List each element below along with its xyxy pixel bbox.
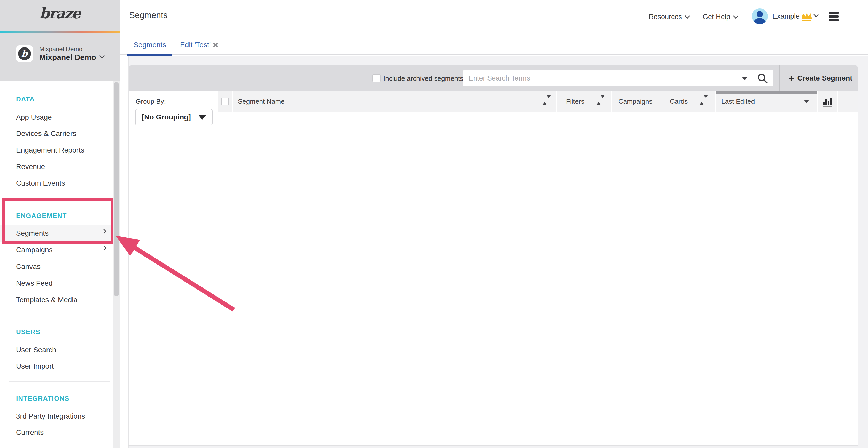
- resources-label: Resources: [649, 13, 682, 21]
- sidebar-item-revenue[interactable]: Revenue: [0, 161, 113, 172]
- sidebar-divider: [8, 381, 110, 382]
- avatar-person-icon: [757, 11, 763, 17]
- braze-app-window: braze Segments Resources Get Help Exampl…: [0, 0, 868, 448]
- tab-segments[interactable]: Segments: [133, 41, 166, 49]
- plus-icon: +: [788, 73, 794, 83]
- sort-desc-icon[interactable]: [804, 100, 809, 103]
- search-icon[interactable]: [756, 72, 769, 84]
- header-cell-cards[interactable]: Cards: [665, 91, 715, 112]
- sidebar-item-currents[interactable]: Currents: [0, 427, 113, 438]
- segments-panel: [129, 91, 858, 445]
- sort-icon[interactable]: [700, 98, 708, 102]
- hamburger-menu-icon[interactable]: [829, 12, 839, 22]
- sidebar-item-custom-events[interactable]: Custom Events: [0, 177, 113, 189]
- logo-block: braze: [0, 0, 120, 32]
- chevron-down-icon: [733, 13, 738, 19]
- sidebar-item-canvas[interactable]: Canvas: [0, 261, 113, 272]
- workspace-badge-letter: b: [18, 47, 31, 60]
- group-by-select[interactable]: [No Grouping]: [135, 109, 213, 126]
- topbar-divider: [120, 32, 868, 32]
- chevron-down-icon: [685, 13, 690, 19]
- header-cell-filters[interactable]: Filters: [557, 91, 611, 112]
- get-help-label: Get Help: [703, 13, 730, 21]
- header-cell-select-all: [218, 91, 232, 112]
- toolbar-divider: [779, 65, 780, 91]
- sidebar-item-news-feed[interactable]: News Feed: [0, 278, 113, 289]
- group-by-value: [No Grouping]: [135, 113, 191, 121]
- header-cell-chart[interactable]: [817, 91, 837, 112]
- sidebar-item-user-search[interactable]: User Search: [0, 344, 113, 356]
- header-cell-campaigns[interactable]: Campaigns: [612, 91, 665, 112]
- workspace-company: Mixpanel Demo: [39, 45, 83, 53]
- resources-menu[interactable]: Resources: [649, 12, 689, 21]
- caret-down-icon: [199, 115, 206, 120]
- page-title: Segments: [129, 10, 168, 20]
- create-segment-button[interactable]: + Create Segment: [783, 65, 858, 91]
- braze-logo: braze: [0, 5, 120, 22]
- panel-divider: [218, 91, 218, 445]
- annotation-highlight-box: [2, 198, 114, 244]
- workspace-name: Mixpanel Demo: [39, 53, 96, 62]
- user-avatar[interactable]: [752, 8, 768, 24]
- sidebar-item-app-usage[interactable]: App Usage: [0, 112, 113, 123]
- sidebar-scrollbar-track: [113, 81, 120, 448]
- header-cell-last-edited[interactable]: Last Edited: [716, 91, 817, 112]
- active-tab-underline: [127, 54, 172, 56]
- header-cell-spacer: [838, 91, 858, 112]
- active-sort-indicator: [716, 91, 817, 94]
- group-by-label: Group By:: [135, 98, 166, 106]
- bar-chart-icon: [822, 96, 833, 107]
- sidebar-item-templates-media[interactable]: Templates & Media: [0, 294, 113, 306]
- select-all-checkbox[interactable]: [221, 98, 229, 105]
- create-segment-label: Create Segment: [798, 74, 852, 82]
- search-input[interactable]: [463, 70, 773, 87]
- sort-icon[interactable]: [542, 98, 551, 102]
- crown-icon: [801, 12, 813, 22]
- sidebar-section-integrations: INTEGRATIONS: [16, 393, 69, 404]
- sidebar-item-devices-carriers[interactable]: Devices & Carriers: [0, 128, 113, 139]
- include-archived-checkbox[interactable]: [372, 74, 380, 82]
- user-name: Example: [772, 12, 800, 21]
- tab-edit-test[interactable]: Edit 'Test': [180, 41, 211, 49]
- brand-gradient-bar: [0, 32, 120, 33]
- sidebar-item-user-import[interactable]: User Import: [0, 360, 113, 372]
- header-cell-segment-name[interactable]: Segment Name: [233, 91, 556, 112]
- sidebar-section-users: USERS: [16, 326, 40, 338]
- sidebar-scrollbar-thumb[interactable]: [114, 82, 119, 296]
- sidebar-item-engagement-reports[interactable]: Engagement Reports: [0, 144, 113, 156]
- workspace-badge: b: [16, 45, 33, 62]
- panel-bottom-border: [128, 445, 858, 446]
- get-help-menu[interactable]: Get Help: [703, 12, 738, 21]
- sidebar-section-data: DATA: [16, 94, 35, 105]
- search-dropdown-caret-icon[interactable]: [742, 77, 748, 80]
- sidebar-item-3rd-party-integrations[interactable]: 3rd Party Integrations: [0, 411, 113, 422]
- chevron-down-icon: [99, 53, 104, 58]
- include-archived-label: Include archived segments: [383, 75, 463, 82]
- sidebar-item-campaigns[interactable]: Campaigns: [0, 244, 113, 255]
- workspace-selector[interactable]: b Mixpanel Demo Mixpanel Demo: [0, 33, 120, 81]
- close-icon[interactable]: ✖: [212, 41, 219, 49]
- tabstrip-divider: [120, 55, 868, 55]
- sort-icon[interactable]: [596, 98, 605, 102]
- sidebar-divider: [8, 316, 110, 316]
